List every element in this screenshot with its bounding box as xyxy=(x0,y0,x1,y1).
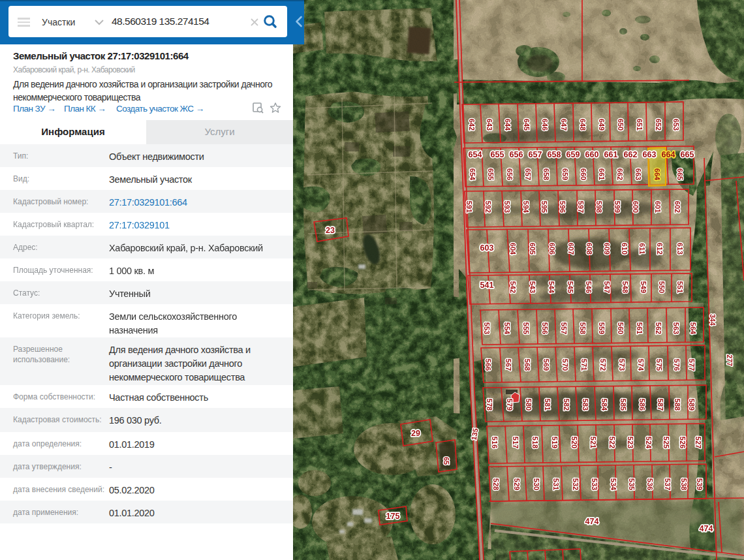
svg-text:569: 569 xyxy=(542,359,550,371)
svg-text:644: 644 xyxy=(504,119,512,131)
svg-text:521: 521 xyxy=(589,437,597,448)
svg-text:654: 654 xyxy=(469,168,476,181)
svg-text:538: 538 xyxy=(680,478,688,490)
svg-text:643: 643 xyxy=(486,119,493,131)
svg-text:529: 529 xyxy=(513,478,521,490)
svg-text:649: 649 xyxy=(598,119,606,131)
svg-text:656: 656 xyxy=(510,150,523,159)
svg-text:651: 651 xyxy=(636,119,643,131)
svg-text:658: 658 xyxy=(542,168,550,180)
svg-text:562: 562 xyxy=(655,322,662,334)
svg-text:547: 547 xyxy=(603,281,611,293)
svg-text:656: 656 xyxy=(506,168,514,180)
svg-text:577: 577 xyxy=(688,359,696,371)
svg-text:516: 516 xyxy=(491,437,499,448)
svg-text:613: 613 xyxy=(676,243,684,255)
svg-text:572: 572 xyxy=(599,359,607,371)
svg-text:554: 554 xyxy=(503,322,511,335)
svg-text:610: 610 xyxy=(621,243,628,255)
svg-text:604: 604 xyxy=(509,243,517,255)
svg-text:65: 65 xyxy=(442,457,450,465)
svg-text:570: 570 xyxy=(561,359,569,371)
svg-text:654: 654 xyxy=(469,150,482,159)
svg-text:662: 662 xyxy=(624,150,638,159)
svg-text:594: 594 xyxy=(522,201,530,213)
svg-text:520: 520 xyxy=(570,437,578,448)
svg-text:602: 602 xyxy=(674,201,681,213)
svg-text:532: 532 xyxy=(572,478,580,490)
svg-text:603: 603 xyxy=(480,243,494,253)
svg-text:576: 576 xyxy=(673,359,681,371)
svg-text:556: 556 xyxy=(541,322,549,334)
svg-text:586: 586 xyxy=(638,399,646,411)
svg-text:580: 580 xyxy=(525,399,533,411)
svg-text:605: 605 xyxy=(529,243,536,255)
svg-text:553: 553 xyxy=(483,322,491,334)
svg-text:589: 589 xyxy=(688,399,696,411)
svg-text:587: 587 xyxy=(657,399,664,411)
svg-text:567: 567 xyxy=(504,359,512,371)
svg-text:546: 546 xyxy=(585,281,593,293)
svg-text:659: 659 xyxy=(561,168,569,180)
svg-text:344: 344 xyxy=(709,314,717,326)
svg-text:474: 474 xyxy=(700,524,713,533)
svg-text:652: 652 xyxy=(655,119,662,131)
svg-text:657: 657 xyxy=(524,168,532,180)
svg-text:574: 574 xyxy=(637,359,645,371)
svg-text:175: 175 xyxy=(386,512,400,521)
svg-text:527: 527 xyxy=(694,437,702,448)
svg-text:537: 537 xyxy=(664,478,672,490)
svg-text:536: 536 xyxy=(646,478,654,490)
svg-text:539: 539 xyxy=(696,478,704,490)
svg-text:608: 608 xyxy=(585,243,593,255)
svg-text:611: 611 xyxy=(638,243,646,255)
svg-text:560: 560 xyxy=(617,322,625,334)
svg-text:528: 528 xyxy=(492,478,500,490)
svg-text:663: 663 xyxy=(643,150,657,159)
svg-text:609: 609 xyxy=(603,243,611,255)
svg-text:581: 581 xyxy=(544,399,551,411)
svg-text:645: 645 xyxy=(523,119,531,131)
svg-text:664: 664 xyxy=(662,150,675,159)
svg-text:561: 561 xyxy=(636,322,643,334)
svg-text:564: 564 xyxy=(689,322,697,335)
svg-text:531: 531 xyxy=(552,478,560,490)
svg-text:555: 555 xyxy=(522,322,530,334)
svg-text:550: 550 xyxy=(658,281,666,293)
svg-text:607: 607 xyxy=(567,243,575,255)
svg-text:575: 575 xyxy=(655,359,663,371)
svg-text:534: 534 xyxy=(610,478,617,491)
svg-text:584: 584 xyxy=(600,399,608,411)
svg-text:566: 566 xyxy=(484,359,492,371)
svg-text:535: 535 xyxy=(628,478,636,490)
svg-text:657: 657 xyxy=(529,150,542,159)
svg-text:600: 600 xyxy=(632,201,640,213)
svg-text:606: 606 xyxy=(548,243,556,255)
svg-text:665: 665 xyxy=(676,168,684,180)
svg-text:658: 658 xyxy=(548,150,561,159)
svg-text:517: 517 xyxy=(512,437,519,448)
svg-text:545: 545 xyxy=(566,281,574,293)
svg-text:578: 578 xyxy=(486,399,493,411)
svg-text:558: 558 xyxy=(579,322,587,334)
svg-text:525: 525 xyxy=(662,437,670,448)
svg-text:661: 661 xyxy=(604,150,618,159)
svg-text:277: 277 xyxy=(726,354,734,366)
svg-text:519: 519 xyxy=(551,437,559,448)
svg-text:665: 665 xyxy=(681,150,694,159)
svg-text:588: 588 xyxy=(674,399,681,411)
svg-text:595: 595 xyxy=(540,201,548,213)
svg-text:582: 582 xyxy=(563,399,570,411)
svg-text:579: 579 xyxy=(506,399,514,411)
svg-text:523: 523 xyxy=(627,437,634,448)
svg-text:551: 551 xyxy=(676,281,684,293)
svg-text:585: 585 xyxy=(619,399,627,411)
svg-text:647: 647 xyxy=(560,119,568,131)
svg-text:544: 544 xyxy=(548,281,555,294)
svg-text:542: 542 xyxy=(509,281,517,293)
svg-text:599: 599 xyxy=(613,201,621,213)
svg-text:612: 612 xyxy=(656,243,664,255)
svg-text:596: 596 xyxy=(559,201,566,213)
svg-text:655: 655 xyxy=(487,168,495,180)
svg-text:597: 597 xyxy=(577,201,585,213)
